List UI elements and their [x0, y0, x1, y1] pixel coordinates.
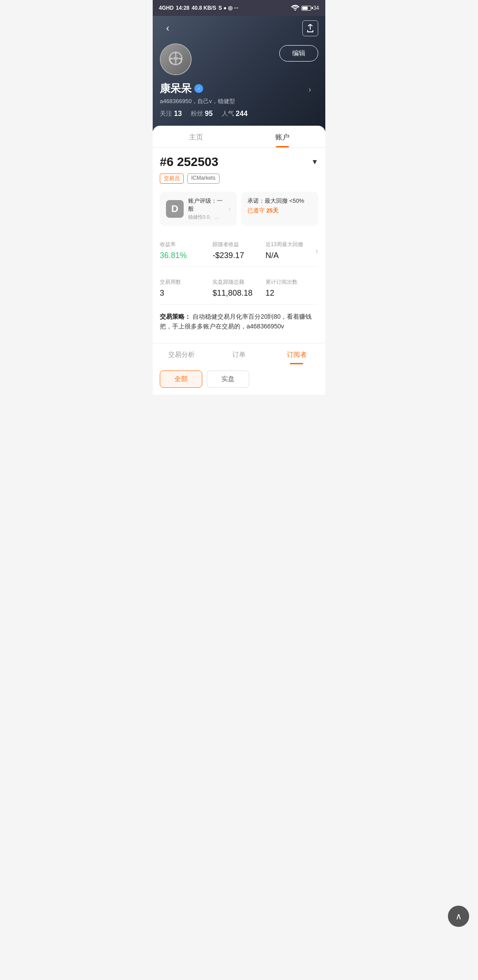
status-left: 4GHD 14:28 40.8 KB/S S ● ◎ ··· — [159, 5, 239, 11]
strategy-label: 交易策略： — [160, 313, 191, 320]
promise-title: 承诺：最大回撤 <50% — [247, 197, 312, 205]
share-button[interactable] — [302, 20, 318, 36]
edit-button[interactable]: 编辑 — [279, 45, 318, 62]
account-header: #6 252503 ▼ — [160, 155, 318, 169]
metric-follower-label: 跟随者收益 — [212, 241, 265, 248]
promise-card: 承诺：最大回撤 <50% 已遵守 25天 — [241, 192, 318, 226]
grade-badge: D — [166, 200, 184, 218]
rating-subtitle: 稳健性0.0、… — [188, 214, 224, 220]
filter-all-button[interactable]: 全部 — [160, 370, 202, 388]
metric-weeks-value: 3 — [160, 289, 212, 298]
signal-text: 4GHD — [159, 5, 173, 11]
rating-title: 账户评级：一般 — [188, 197, 224, 213]
rating-text: 账户评级：一般 稳健性0.0、… — [188, 197, 224, 220]
speed-text: 40.8 KB/S — [192, 5, 216, 11]
notification-icons: S ● ◎ ··· — [218, 5, 238, 11]
username-row: 康呆呆 ♂ › — [160, 81, 318, 97]
popularity-count: 244 — [236, 110, 248, 118]
wifi-icon — [291, 4, 299, 12]
metric-trade-weeks: 交易周数 3 — [160, 277, 212, 300]
metric-max-drawdown: 近13周最大回撤 N/A — [266, 239, 318, 262]
tab-orders[interactable]: 订单 — [210, 349, 268, 361]
metric-live-value: $11,808.18 — [212, 289, 265, 298]
promise-days-value: 25天 — [266, 207, 278, 214]
tab-account[interactable]: 账户 — [239, 126, 325, 147]
metric-weeks-label: 交易周数 — [160, 278, 212, 286]
filter-row: 全部 实盘 — [153, 364, 325, 395]
hero-nav: ‹ — [160, 20, 318, 36]
broker-tag: ICMarkets — [187, 174, 220, 184]
tab-homepage[interactable]: 主页 — [153, 126, 239, 147]
strategy-text: 交易策略： 自动稳健交易月化率百分20到80，看着赚钱把，手上很多多账户在交易的… — [160, 312, 318, 332]
fans-label: 粉丝 — [191, 110, 203, 118]
tab-bar: 主页 账户 — [153, 126, 325, 148]
trader-tag: 交易员 — [160, 174, 184, 184]
profile-section: 编辑 — [160, 43, 318, 75]
metric-follower-value: -$239.17 — [212, 251, 265, 260]
metric-return-rate: 收益率 36.81% — [160, 239, 212, 262]
popularity-label: 人气 — [222, 110, 234, 118]
hero-header: ‹ 编辑 — [153, 16, 325, 131]
metric-live-total: 实盘跟随总额 $11,808.18 — [212, 277, 265, 300]
metric-sub-label: 累计订阅次数 — [266, 278, 318, 286]
fans-count: 95 — [205, 110, 213, 118]
main-content: #6 252503 ▼ 交易员 ICMarkets D 账户评级：一般 稳健性0… — [153, 148, 325, 343]
metrics-row-1[interactable]: 收益率 36.81% 跟随者收益 -$239.17 近13周最大回撤 N/A — [160, 235, 318, 267]
account-number: #6 252503 — [160, 155, 218, 169]
battery-icon — [301, 6, 311, 11]
user-id: a468366950，自己v，稳健型 — [160, 97, 318, 105]
promise-days-label: 已遵守 — [247, 207, 265, 214]
user-info: 康呆呆 ♂ › a468366950，自己v，稳健型 关注 13 粉丝 95 人… — [160, 81, 318, 118]
metric-live-label: 实盘跟随总额 — [212, 278, 265, 286]
popularity-stat: 人气 244 — [222, 110, 248, 118]
metric-drawdown-value: N/A — [266, 251, 318, 260]
gender-icon: ♂ — [194, 84, 203, 93]
metric-follower-profit: 跟随者收益 -$239.17 — [212, 239, 265, 262]
status-bar: 4GHD 14:28 40.8 KB/S S ● ◎ ··· 34 — [153, 0, 325, 16]
tab-subscribers[interactable]: 订阅者 — [268, 349, 325, 361]
metric-return-label: 收益率 — [160, 241, 212, 248]
filter-live-button[interactable]: 实盘 — [207, 370, 249, 388]
metric-subscriptions: 累计订阅次数 12 — [266, 277, 318, 300]
stats-row: 关注 13 粉丝 95 人气 244 — [160, 110, 318, 118]
back-button[interactable]: ‹ — [160, 20, 176, 36]
status-right: 34 — [291, 4, 319, 12]
follow-count: 13 — [174, 110, 182, 118]
strategy-section: 交易策略： 自动稳健交易月化率百分20到80，看着赚钱把，手上很多多账户在交易的… — [160, 305, 318, 336]
account-dropdown[interactable]: ▼ — [311, 158, 318, 166]
follow-label: 关注 — [160, 110, 172, 118]
tab-trade-analysis[interactable]: 交易分析 — [153, 349, 210, 361]
bottom-tab-bar: 交易分析 订单 订阅者 — [153, 343, 325, 364]
battery-text: 34 — [313, 5, 319, 11]
metric-sub-value: 12 — [266, 289, 318, 298]
time-text: 14:28 — [176, 5, 189, 11]
fans-stat: 粉丝 95 — [191, 110, 213, 118]
metric-return-value: 36.81% — [160, 251, 212, 260]
tags-row: 交易员 ICMarkets — [160, 174, 318, 184]
metrics-row-2: 交易周数 3 实盘跟随总额 $11,808.18 累计订阅次数 12 — [160, 270, 318, 305]
rating-card[interactable]: D 账户评级：一般 稳健性0.0、… › — [160, 192, 237, 226]
svg-point-1 — [174, 57, 177, 60]
follow-stat: 关注 13 — [160, 110, 182, 118]
metric-drawdown-label: 近13周最大回撤 — [266, 241, 318, 248]
promise-days: 已遵守 25天 — [247, 207, 312, 215]
rating-chevron-icon: › — [228, 205, 231, 212]
username: 康呆呆 ♂ — [160, 81, 203, 96]
avatar — [160, 43, 192, 75]
profile-chevron[interactable]: › — [308, 85, 311, 94]
rating-row: D 账户评级：一般 稳健性0.0、… › 承诺：最大回撤 <50% 已遵守 25… — [160, 192, 318, 226]
